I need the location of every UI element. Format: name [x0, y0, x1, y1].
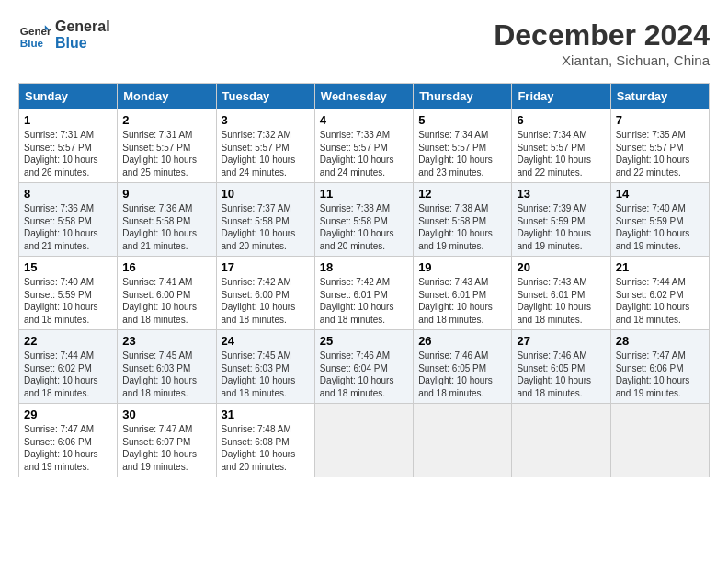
day-number: 16: [122, 260, 210, 274]
day-info: Sunrise: 7:42 AMSunset: 6:00 PMDaylight:…: [222, 277, 296, 325]
calendar-day-8: 8Sunrise: 7:36 AMSunset: 5:58 PMDaylight…: [19, 183, 118, 257]
day-number: 3: [222, 113, 310, 127]
day-number: 2: [122, 113, 210, 127]
calendar-day-15: 15Sunrise: 7:40 AMSunset: 5:59 PMDayligh…: [19, 257, 118, 330]
logo-general: General: [55, 18, 110, 35]
day-number: 26: [418, 334, 506, 348]
day-number: 18: [320, 260, 408, 274]
day-number: 1: [24, 113, 112, 127]
header-wednesday: Wednesday: [314, 84, 413, 109]
day-number: 22: [24, 334, 112, 348]
day-number: 13: [517, 187, 605, 201]
calendar-week-row: 8Sunrise: 7:36 AMSunset: 5:58 PMDaylight…: [19, 183, 710, 257]
day-number: 7: [616, 113, 704, 127]
day-info: Sunrise: 7:46 AMSunset: 6:04 PMDaylight:…: [320, 350, 394, 398]
header-monday: Monday: [118, 84, 216, 109]
day-number: 9: [122, 187, 210, 201]
day-number: 24: [222, 334, 310, 348]
day-number: 21: [616, 260, 704, 274]
day-info: Sunrise: 7:45 AMSunset: 6:03 PMDaylight:…: [222, 350, 296, 398]
calendar-day-10: 10Sunrise: 7:37 AMSunset: 5:58 PMDayligh…: [216, 183, 314, 257]
header-thursday: Thursday: [414, 84, 512, 109]
calendar-day-18: 18Sunrise: 7:42 AMSunset: 6:01 PMDayligh…: [314, 257, 413, 330]
calendar-week-row: 15Sunrise: 7:40 AMSunset: 5:59 PMDayligh…: [19, 257, 710, 330]
calendar-day-22: 22Sunrise: 7:44 AMSunset: 6:02 PMDayligh…: [19, 330, 118, 404]
header-tuesday: Tuesday: [216, 84, 314, 109]
day-number: 25: [320, 334, 408, 348]
day-info: Sunrise: 7:41 AMSunset: 6:00 PMDaylight:…: [122, 277, 197, 325]
day-number: 27: [517, 334, 605, 348]
day-number: 11: [320, 187, 408, 201]
day-info: Sunrise: 7:38 AMSunset: 5:58 PMDaylight:…: [320, 203, 394, 251]
calendar-day-2: 2Sunrise: 7:31 AMSunset: 5:57 PMDaylight…: [118, 109, 216, 183]
header-saturday: Saturday: [610, 84, 709, 109]
logo-icon: General Blue: [18, 18, 51, 52]
calendar-day-12: 12Sunrise: 7:38 AMSunset: 5:58 PMDayligh…: [414, 183, 512, 257]
day-number: 6: [517, 113, 605, 127]
day-info: Sunrise: 7:45 AMSunset: 6:03 PMDaylight:…: [122, 350, 197, 398]
day-number: 28: [616, 334, 704, 348]
day-info: Sunrise: 7:39 AMSunset: 5:59 PMDaylight:…: [517, 203, 591, 251]
day-info: Sunrise: 7:34 AMSunset: 5:57 PMDaylight:…: [517, 130, 591, 178]
day-info: Sunrise: 7:34 AMSunset: 5:57 PMDaylight:…: [418, 130, 493, 178]
calendar-day-27: 27Sunrise: 7:46 AMSunset: 6:05 PMDayligh…: [512, 330, 610, 404]
calendar-day-25: 25Sunrise: 7:46 AMSunset: 6:04 PMDayligh…: [314, 330, 413, 404]
day-number: 19: [418, 260, 506, 274]
day-info: Sunrise: 7:44 AMSunset: 6:02 PMDaylight:…: [24, 350, 98, 398]
calendar-day-empty: [414, 404, 512, 477]
calendar-day-4: 4Sunrise: 7:33 AMSunset: 5:57 PMDaylight…: [314, 109, 413, 183]
day-info: Sunrise: 7:33 AMSunset: 5:57 PMDaylight:…: [320, 130, 394, 178]
calendar-day-14: 14Sunrise: 7:40 AMSunset: 5:59 PMDayligh…: [610, 183, 709, 257]
day-number: 29: [24, 408, 112, 421]
day-info: Sunrise: 7:47 AMSunset: 6:06 PMDaylight:…: [616, 350, 690, 398]
calendar-day-6: 6Sunrise: 7:34 AMSunset: 5:57 PMDaylight…: [512, 109, 610, 183]
day-number: 14: [616, 187, 704, 201]
day-info: Sunrise: 7:32 AMSunset: 5:57 PMDaylight:…: [222, 130, 296, 178]
day-number: 12: [418, 187, 506, 201]
day-info: Sunrise: 7:43 AMSunset: 6:01 PMDaylight:…: [517, 277, 591, 325]
calendar-day-29: 29Sunrise: 7:47 AMSunset: 6:06 PMDayligh…: [19, 404, 118, 477]
day-info: Sunrise: 7:40 AMSunset: 5:59 PMDaylight:…: [24, 277, 98, 325]
day-info: Sunrise: 7:40 AMSunset: 5:59 PMDaylight:…: [616, 203, 690, 251]
svg-text:General: General: [20, 25, 51, 37]
calendar-day-30: 30Sunrise: 7:47 AMSunset: 6:07 PMDayligh…: [118, 404, 216, 477]
day-info: Sunrise: 7:47 AMSunset: 6:07 PMDaylight:…: [122, 424, 197, 472]
day-info: Sunrise: 7:42 AMSunset: 6:01 PMDaylight:…: [320, 277, 394, 325]
month-title: December 2024: [494, 18, 710, 52]
day-number: 4: [320, 113, 408, 127]
calendar-week-row: 22Sunrise: 7:44 AMSunset: 6:02 PMDayligh…: [19, 330, 710, 404]
calendar-day-empty: [610, 404, 709, 477]
header-friday: Friday: [512, 84, 610, 109]
calendar-day-26: 26Sunrise: 7:46 AMSunset: 6:05 PMDayligh…: [414, 330, 512, 404]
day-info: Sunrise: 7:35 AMSunset: 5:57 PMDaylight:…: [616, 130, 690, 178]
calendar-day-21: 21Sunrise: 7:44 AMSunset: 6:02 PMDayligh…: [610, 257, 709, 330]
calendar-day-31: 31Sunrise: 7:48 AMSunset: 6:08 PMDayligh…: [216, 404, 314, 477]
calendar-day-empty: [512, 404, 610, 477]
calendar-week-row: 29Sunrise: 7:47 AMSunset: 6:06 PMDayligh…: [19, 404, 710, 477]
day-number: 30: [122, 408, 210, 421]
day-info: Sunrise: 7:48 AMSunset: 6:08 PMDaylight:…: [222, 424, 296, 472]
day-number: 17: [222, 260, 310, 274]
day-info: Sunrise: 7:43 AMSunset: 6:01 PMDaylight:…: [418, 277, 493, 325]
calendar-day-17: 17Sunrise: 7:42 AMSunset: 6:00 PMDayligh…: [216, 257, 314, 330]
day-number: 20: [517, 260, 605, 274]
day-info: Sunrise: 7:31 AMSunset: 5:57 PMDaylight:…: [24, 130, 98, 178]
day-number: 23: [122, 334, 210, 348]
day-info: Sunrise: 7:31 AMSunset: 5:57 PMDaylight:…: [122, 130, 197, 178]
calendar-day-13: 13Sunrise: 7:39 AMSunset: 5:59 PMDayligh…: [512, 183, 610, 257]
calendar-day-1: 1Sunrise: 7:31 AMSunset: 5:57 PMDaylight…: [19, 109, 118, 183]
day-info: Sunrise: 7:46 AMSunset: 6:05 PMDaylight:…: [418, 350, 493, 398]
page-header: General Blue General Blue December 2024 …: [18, 18, 710, 68]
calendar-day-23: 23Sunrise: 7:45 AMSunset: 6:03 PMDayligh…: [118, 330, 216, 404]
header-sunday: Sunday: [19, 84, 118, 109]
day-number: 8: [24, 187, 112, 201]
day-number: 5: [418, 113, 506, 127]
day-number: 15: [24, 260, 112, 274]
day-info: Sunrise: 7:38 AMSunset: 5:58 PMDaylight:…: [418, 203, 493, 251]
day-info: Sunrise: 7:47 AMSunset: 6:06 PMDaylight:…: [24, 424, 98, 472]
location-subtitle: Xiantan, Sichuan, China: [494, 52, 710, 68]
calendar-table: SundayMondayTuesdayWednesdayThursdayFrid…: [18, 83, 710, 477]
logo: General Blue General Blue: [18, 18, 110, 52]
day-info: Sunrise: 7:36 AMSunset: 5:58 PMDaylight:…: [122, 203, 197, 251]
day-info: Sunrise: 7:37 AMSunset: 5:58 PMDaylight:…: [222, 203, 296, 251]
